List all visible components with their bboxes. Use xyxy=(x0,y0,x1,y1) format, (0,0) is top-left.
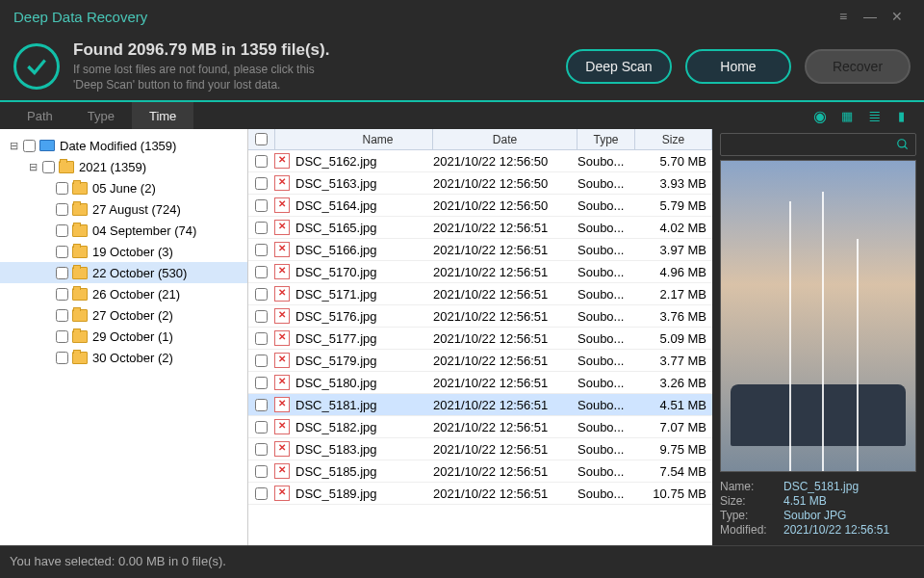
file-size: 3.93 MB xyxy=(635,176,712,191)
file-row[interactable]: DSC_5185.jpg 2021/10/22 12:56:51 Soubo..… xyxy=(248,460,712,483)
grid-view-icon[interactable]: ▦ xyxy=(834,102,860,129)
file-row[interactable]: DSC_5163.jpg 2021/10/22 12:56:50 Soubo..… xyxy=(248,172,712,195)
row-checkbox[interactable] xyxy=(255,177,268,190)
tree-label: 19 October (3) xyxy=(92,245,173,259)
scan-summary: Found 2096.79 MB in 1359 file(s). If som… xyxy=(73,40,552,92)
file-row[interactable]: DSC_5176.jpg 2021/10/22 12:56:51 Soubo..… xyxy=(248,305,712,328)
tree-checkbox[interactable] xyxy=(56,352,68,364)
preview-panel: Name:DSC_5181.jpg Size:4.51 MB Type:Soub… xyxy=(712,129,924,545)
col-type[interactable]: Type xyxy=(578,129,635,149)
collapse-icon[interactable]: ⊟ xyxy=(8,140,19,152)
tree-checkbox[interactable] xyxy=(56,267,68,279)
row-checkbox[interactable] xyxy=(255,288,268,301)
tree-label: 30 October (2) xyxy=(92,351,173,365)
row-checkbox[interactable] xyxy=(255,199,268,212)
row-checkbox[interactable] xyxy=(255,222,268,234)
file-row[interactable]: DSC_5166.jpg 2021/10/22 12:56:51 Soubo..… xyxy=(248,239,712,261)
preview-toggle-icon[interactable]: ◉ xyxy=(807,102,834,129)
col-name[interactable]: Name xyxy=(275,129,433,149)
row-checkbox[interactable] xyxy=(255,155,268,168)
row-checkbox[interactable] xyxy=(255,332,268,345)
row-checkbox[interactable] xyxy=(255,266,268,278)
meta-size: 4.51 MB xyxy=(783,494,916,508)
tab-path[interactable]: Path xyxy=(10,102,70,129)
tree-checkbox[interactable] xyxy=(56,330,68,343)
minimize-icon[interactable]: — xyxy=(857,3,884,30)
tree-checkbox[interactable] xyxy=(56,246,68,258)
file-row[interactable]: DSC_5189.jpg 2021/10/22 12:56:51 Soubo..… xyxy=(248,483,712,505)
tree-node[interactable]: 19 October (3) xyxy=(0,241,247,262)
row-checkbox[interactable] xyxy=(255,465,268,478)
tree-checkbox[interactable] xyxy=(23,140,36,152)
file-row[interactable]: DSC_5181.jpg 2021/10/22 12:56:51 Soubo..… xyxy=(248,394,712,416)
tree-node[interactable]: 30 October (2) xyxy=(0,347,247,368)
meta-size-label: Size: xyxy=(720,494,783,508)
file-name: DSC_5179.jpg xyxy=(295,354,433,368)
row-checkbox[interactable] xyxy=(255,399,268,411)
file-row[interactable]: DSC_5171.jpg 2021/10/22 12:56:51 Soubo..… xyxy=(248,283,712,305)
file-name: DSC_5183.jpg xyxy=(295,442,433,457)
detail-view-icon[interactable]: ▮ xyxy=(887,102,914,129)
file-row[interactable]: DSC_5180.jpg 2021/10/22 12:56:51 Soubo..… xyxy=(248,372,712,394)
search-input[interactable] xyxy=(720,133,916,156)
tree-node[interactable]: 04 September (74) xyxy=(0,220,247,241)
col-check[interactable] xyxy=(248,129,275,149)
file-row[interactable]: DSC_5182.jpg 2021/10/22 12:56:51 Soubo..… xyxy=(248,416,712,438)
file-date: 2021/10/22 12:56:51 xyxy=(433,486,578,501)
column-headers: Name Date Type Size xyxy=(248,129,712,150)
tree-checkbox[interactable] xyxy=(56,288,68,301)
file-date: 2021/10/22 12:56:51 xyxy=(433,287,578,302)
tree-checkbox[interactable] xyxy=(56,224,68,237)
file-type: Soubo... xyxy=(578,376,635,390)
file-date: 2021/10/22 12:56:51 xyxy=(433,354,578,368)
row-checkbox[interactable] xyxy=(255,443,268,456)
file-row[interactable]: DSC_5165.jpg 2021/10/22 12:56:51 Soubo..… xyxy=(248,217,712,239)
row-checkbox[interactable] xyxy=(255,377,268,389)
view-tabs: Path Type Time ◉ ▦ ≣ ▮ xyxy=(0,102,924,129)
row-checkbox[interactable] xyxy=(255,244,268,256)
tree-node[interactable]: 26 October (21) xyxy=(0,283,247,304)
collapse-icon[interactable]: ⊟ xyxy=(27,161,38,173)
tree-label: 2021 (1359) xyxy=(79,160,146,174)
row-checkbox[interactable] xyxy=(255,310,268,323)
recover-button[interactable]: Recover xyxy=(805,49,911,84)
tree-year[interactable]: ⊟ 2021 (1359) xyxy=(0,156,247,177)
file-row[interactable]: DSC_5179.jpg 2021/10/22 12:56:51 Soubo..… xyxy=(248,350,712,372)
deep-scan-button[interactable]: Deep Scan xyxy=(566,49,672,84)
row-checkbox[interactable] xyxy=(255,355,268,367)
file-row[interactable]: DSC_5183.jpg 2021/10/22 12:56:51 Soubo..… xyxy=(248,438,712,460)
file-row[interactable]: DSC_5162.jpg 2021/10/22 12:56:50 Soubo..… xyxy=(248,150,712,172)
close-icon[interactable]: ✕ xyxy=(884,3,911,30)
file-type: Soubo... xyxy=(578,287,635,302)
tree-label: 26 October (21) xyxy=(92,287,180,302)
file-name: DSC_5177.jpg xyxy=(295,331,433,346)
row-checkbox[interactable] xyxy=(255,421,268,434)
file-icon xyxy=(274,175,290,191)
select-all-checkbox[interactable] xyxy=(255,133,268,145)
tree-checkbox[interactable] xyxy=(56,203,68,216)
file-icon xyxy=(274,153,290,169)
file-icon xyxy=(274,308,290,324)
col-date[interactable]: Date xyxy=(433,129,578,149)
file-row[interactable]: DSC_5177.jpg 2021/10/22 12:56:51 Soubo..… xyxy=(248,328,712,350)
folder-tree[interactable]: ⊟ Date Modified (1359) ⊟ 2021 (1359) 05 … xyxy=(0,129,248,545)
tree-checkbox[interactable] xyxy=(56,182,68,195)
tree-node[interactable]: 22 October (530) xyxy=(0,262,247,283)
tree-node[interactable]: 27 October (2) xyxy=(0,304,247,326)
tree-node[interactable]: 05 June (2) xyxy=(0,177,247,198)
file-type: Soubo... xyxy=(578,486,635,501)
tree-checkbox[interactable] xyxy=(42,161,55,173)
tree-node[interactable]: 29 October (1) xyxy=(0,326,247,347)
tree-root[interactable]: ⊟ Date Modified (1359) xyxy=(0,135,247,156)
tab-time[interactable]: Time xyxy=(132,102,193,129)
col-size[interactable]: Size xyxy=(635,129,712,149)
row-checkbox[interactable] xyxy=(255,487,268,500)
menu-icon[interactable]: ≡ xyxy=(830,3,857,30)
tree-checkbox[interactable] xyxy=(56,309,68,322)
tab-type[interactable]: Type xyxy=(70,102,132,129)
file-row[interactable]: DSC_5164.jpg 2021/10/22 12:56:50 Soubo..… xyxy=(248,195,712,217)
file-row[interactable]: DSC_5170.jpg 2021/10/22 12:56:51 Soubo..… xyxy=(248,261,712,283)
tree-node[interactable]: 27 August (724) xyxy=(0,198,247,220)
list-view-icon[interactable]: ≣ xyxy=(860,102,887,129)
home-button[interactable]: Home xyxy=(685,49,791,84)
